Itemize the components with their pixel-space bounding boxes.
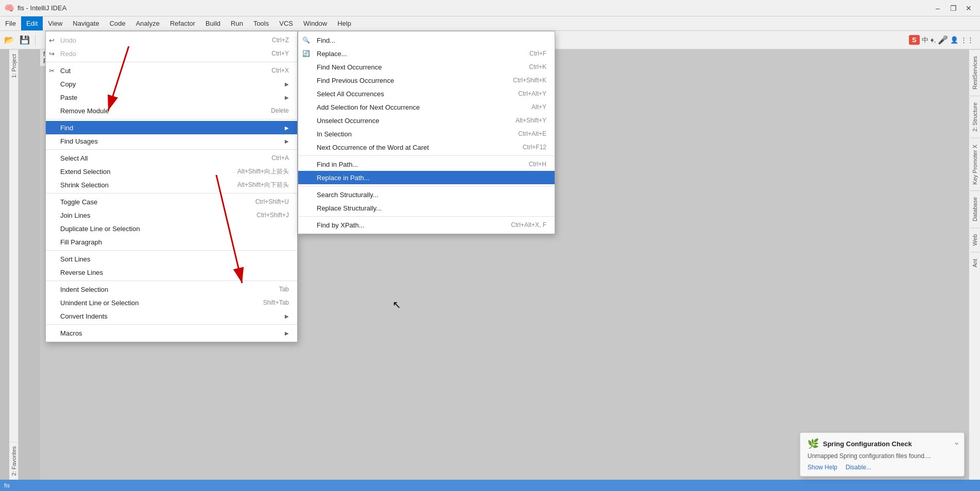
close-button[interactable]: ✕ — [961, 3, 976, 13]
menu-build[interactable]: Build — [200, 16, 226, 30]
sep-4 — [46, 193, 297, 194]
spring-leaf-icon: 🌿 — [807, 438, 819, 449]
toolbar-sep-1 — [35, 35, 36, 45]
menu-window[interactable]: Window — [298, 16, 332, 30]
submenu-sep-2 — [298, 186, 555, 186]
sep-5 — [46, 250, 297, 251]
right-sidebar: RestServices 2: Structure Key Promoter X… — [969, 49, 980, 491]
submenu-item-replace[interactable]: 🔄 Replace... Ctrl+F — [298, 47, 555, 60]
submenu-item-replace-in-path[interactable]: Replace in Path... — [298, 171, 555, 184]
submenu-item-search-structurally[interactable]: Search Structurally... — [298, 188, 555, 201]
submenu-item-next-occurrence-caret[interactable]: Next Occurrence of the Word at Caret Ctr… — [298, 141, 555, 154]
submenu-item-find-in-path[interactable]: Find in Path... Ctrl+H — [298, 157, 555, 171]
menu-run[interactable]: Run — [226, 16, 248, 30]
submenu-item-unselect-occurrence[interactable]: Unselect Occurrence Alt+Shift+Y — [298, 114, 555, 127]
macros-arrow-icon: ▶ — [285, 330, 289, 336]
menu-code[interactable]: Code — [105, 16, 131, 30]
right-tab-structure[interactable]: 2: Structure — [970, 96, 979, 138]
cut-icon: ✂ — [49, 67, 55, 75]
submenu-sep-3 — [298, 216, 555, 217]
submenu-item-find-previous[interactable]: Find Previous Occurrence Ctrl+Shift+K — [298, 74, 555, 87]
submenu-item-find-by-xpath[interactable]: Find by XPath... Ctrl+Alt+X, F — [298, 218, 555, 232]
menu-item-fill-paragraph[interactable]: Fill Paragraph — [46, 235, 297, 249]
menu-vcs[interactable]: VCS — [274, 16, 298, 30]
restore-button[interactable]: ❐ — [946, 3, 960, 13]
submenu-item-replace-structurally[interactable]: Replace Structurally... — [298, 201, 555, 215]
undo-icon: ↩ — [49, 37, 55, 44]
paste-arrow-icon: ▶ — [285, 95, 289, 100]
sep-3 — [46, 149, 297, 150]
menu-item-extend-selection[interactable]: Extend Selection Alt+Shift+向上箭头 — [46, 165, 297, 178]
menu-item-find[interactable]: Find ▶ — [46, 121, 297, 134]
menu-view[interactable]: View — [43, 16, 67, 30]
menu-item-remove-module[interactable]: Remove Module Delete — [46, 104, 297, 117]
menu-item-unindent-line[interactable]: Unindent Line or Selection Shift+Tab — [46, 296, 297, 309]
menu-item-copy[interactable]: Copy ▶ — [46, 77, 297, 91]
menu-item-redo[interactable]: ↪ Redo Ctrl+Y — [46, 47, 297, 60]
edit-dropdown-menu: ↩ Undo Ctrl+Z ↪ Redo Ctrl+Y ✂ Cut Ctrl+X… — [45, 31, 298, 342]
menu-item-macros[interactable]: Macros ▶ — [46, 326, 297, 340]
menu-navigate[interactable]: Navigate — [67, 16, 104, 30]
spring-collapse-button[interactable]: ⌄ — [953, 437, 960, 447]
redo-icon: ↪ — [49, 50, 55, 58]
menu-file[interactable]: File — [0, 16, 21, 30]
right-tab-database[interactable]: Database — [970, 190, 979, 227]
minimize-button[interactable]: – — [931, 3, 945, 13]
toolbar-open-btn[interactable]: 📂 — [2, 33, 16, 47]
submenu-item-add-selection-next[interactable]: Add Selection for Next Occurrence Alt+Y — [298, 100, 555, 114]
sep-1 — [46, 62, 297, 62]
show-help-link[interactable]: Show Help — [807, 464, 837, 471]
menu-item-toggle-case[interactable]: Toggle Case Ctrl+Shift+U — [46, 195, 297, 208]
menu-edit[interactable]: Edit — [21, 16, 43, 30]
spring-notification: ⌄ 🌿 Spring Configuration Check Unmapped … — [800, 432, 965, 477]
submenu-item-select-all-occurrences[interactable]: Select All Occurrences Ctrl+Alt+Y — [298, 87, 555, 100]
sep-7 — [46, 324, 297, 325]
right-tab-web[interactable]: Web — [970, 227, 979, 252]
menu-item-reverse-lines[interactable]: Reverse Lines — [46, 266, 297, 279]
menu-item-sort-lines[interactable]: Sort Lines — [46, 252, 297, 266]
submenu-item-find-next[interactable]: Find Next Occurrence Ctrl+K — [298, 60, 555, 74]
menu-item-duplicate-line[interactable]: Duplicate Line or Selection — [46, 222, 297, 235]
title-bar-title: fis - IntelliJ IDEA — [18, 4, 66, 12]
left-tab-favorites[interactable]: 2: Favorites — [9, 442, 18, 480]
menu-item-undo[interactable]: ↩ Undo Ctrl+Z — [46, 33, 297, 47]
menu-item-convert-indents[interactable]: Convert Indents ▶ — [46, 309, 297, 323]
submenu-item-find[interactable]: 🔍 Find... — [298, 33, 555, 47]
disable-link[interactable]: Disable... — [846, 464, 871, 471]
submenu-item-in-selection[interactable]: In Selection Ctrl+Alt+E — [298, 127, 555, 141]
menu-item-cut[interactable]: ✂ Cut Ctrl+X — [46, 64, 297, 77]
menu-tools[interactable]: Tools — [248, 16, 274, 30]
convert-indents-arrow-icon: ▶ — [285, 313, 289, 319]
menu-analyze[interactable]: Analyze — [131, 16, 165, 30]
title-bar-left: 🧠 fis - IntelliJ IDEA — [4, 3, 66, 13]
menu-help[interactable]: Help — [332, 16, 356, 30]
app-logo-icon: 🧠 — [4, 3, 14, 13]
spring-notification-body: Unmapped Spring configuration files foun… — [807, 452, 957, 460]
menu-item-join-lines[interactable]: Join Lines Ctrl+Shift+J — [46, 208, 297, 222]
spring-notification-header: 🌿 Spring Configuration Check — [807, 438, 957, 449]
right-tab-restservices[interactable]: RestServices — [970, 49, 979, 96]
sep-2 — [46, 119, 297, 119]
status-bar-text: fis — [4, 482, 10, 488]
find-arrow-icon: ▶ — [285, 125, 289, 131]
copy-arrow-icon: ▶ — [285, 81, 289, 87]
find-search-icon: 🔍 — [302, 37, 310, 44]
title-bar: 🧠 fis - IntelliJ IDEA – ❐ ✕ — [0, 0, 980, 16]
left-tabs: 1: Project 2: Favorites — [9, 49, 19, 480]
find-submenu: 🔍 Find... 🔄 Replace... Ctrl+F Find Next … — [298, 31, 555, 234]
menu-item-select-all[interactable]: Select All Ctrl+A — [46, 151, 297, 165]
menu-refactor[interactable]: Refactor — [165, 16, 200, 30]
menu-item-shrink-selection[interactable]: Shrink Selection Alt+Shift+向下箭头 — [46, 178, 297, 191]
sep-6 — [46, 280, 297, 281]
menu-bar: File Edit View Navigate Code Analyze Ref… — [0, 16, 980, 31]
menu-item-indent-selection[interactable]: Indent Selection Tab — [46, 283, 297, 296]
right-tab-keypromoter[interactable]: Key Promoter X — [970, 138, 979, 191]
menu-item-find-usages[interactable]: Find Usages ▶ — [46, 134, 297, 148]
menu-item-paste[interactable]: Paste ▶ — [46, 91, 297, 104]
right-tab-ant[interactable]: Ant — [970, 252, 979, 274]
replace-icon: 🔄 — [302, 50, 310, 57]
find-usages-arrow-icon: ▶ — [285, 138, 289, 144]
left-tab-project[interactable]: 1: Project — [9, 49, 18, 82]
spring-notification-links: Show Help Disable... — [807, 464, 957, 471]
toolbar-save-btn[interactable]: 💾 — [18, 33, 32, 47]
